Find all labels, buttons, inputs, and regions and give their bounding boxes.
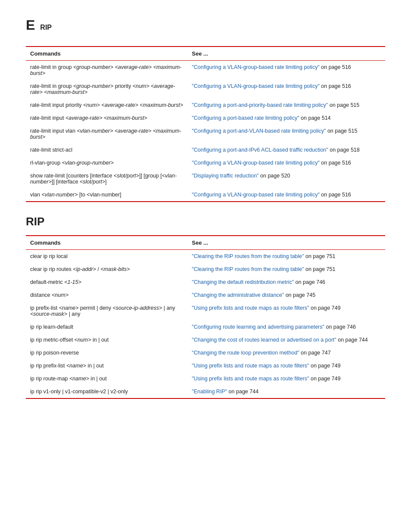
cmd-cell: rate-limit in group <group-number> <aver…	[26, 61, 187, 80]
table-row: ip rip learn-default"Configuring route l…	[26, 320, 385, 333]
table-row: ip rip route-map <name> in | out"Using p…	[26, 372, 385, 385]
cmd-cell: clear ip rip local	[26, 250, 187, 263]
table-row: show rate-limit [counters [interface <sl…	[26, 169, 385, 188]
see-cell[interactable]: "Changing the cost of routes learned or …	[187, 333, 385, 346]
cmd-cell: ip rip poison-reverse	[26, 346, 187, 359]
table-row: ip rip poison-reverse"Changing the route…	[26, 346, 385, 359]
top-table-see-header: See ...	[187, 47, 385, 61]
table-row: rate-limit strict-acl"Configuring a port…	[26, 143, 385, 156]
top-table-cmd-header: Commands	[26, 47, 187, 61]
cmd-cell: rate-limit strict-acl	[26, 143, 187, 156]
cmd-cell: ip rip v1-only | v1-compatible-v2 | v2-o…	[26, 385, 187, 398]
cmd-cell: clear ip rip routes <ip-addr> / <mask-bi…	[26, 263, 187, 276]
table-row: vlan <vlan-number> [to <vlan-number]"Con…	[26, 188, 385, 202]
cmd-cell: ip prefix-list <name> permit | deny <sou…	[26, 302, 187, 320]
rip-section-title: RIP	[26, 215, 385, 228]
see-cell[interactable]: "Changing the route loop prevention meth…	[187, 346, 385, 359]
see-cell[interactable]: "Configuring a VLAN-group-based rate lim…	[187, 188, 385, 202]
see-cell[interactable]: "Configuring a port-and-IPv6 ACL-based t…	[187, 143, 385, 156]
cmd-cell: show rate-limit [counters [interface <sl…	[26, 169, 187, 188]
see-cell[interactable]: "Configuring a port-and-VLAN-based rate …	[187, 124, 385, 143]
page-header: E RIP	[26, 17, 385, 33]
cmd-cell: distance <num>	[26, 289, 187, 302]
see-cell[interactable]: "Configuring a VLAN-group-based rate lim…	[187, 61, 385, 80]
cmd-cell: default-metric <1-15>	[26, 276, 187, 289]
see-cell[interactable]: "Using prefix lists and route maps as ro…	[187, 302, 385, 320]
cmd-cell: ip rip metric-offset <num> in | out	[26, 333, 187, 346]
cmd-cell: rate-limit input priority <num> <average…	[26, 99, 187, 112]
table-row: rate-limit in group <group-number> prior…	[26, 80, 385, 99]
header-section: RIP	[40, 24, 52, 31]
table-row: rl-vlan-group <vlan-group-number>"Config…	[26, 156, 385, 169]
table-row: clear ip rip routes <ip-addr> / <mask-bi…	[26, 263, 385, 276]
table-row: default-metric <1-15>"Changing the defau…	[26, 276, 385, 289]
table-row: rate-limit input vlan <vlan-number> <ave…	[26, 124, 385, 143]
see-cell[interactable]: "Configuring a VLAN-group-based rate lim…	[187, 156, 385, 169]
table-row: rate-limit in group <group-number> <aver…	[26, 61, 385, 80]
table-row: clear ip rip local"Clearing the RIP rout…	[26, 250, 385, 263]
cmd-cell: rl-vlan-group <vlan-group-number>	[26, 156, 187, 169]
cmd-cell: rate-limit in group <group-number> prior…	[26, 80, 187, 99]
rip-table-see-header: See ...	[187, 236, 385, 250]
see-cell[interactable]: "Enabling RIP" on page 744	[187, 385, 385, 398]
see-cell[interactable]: "Configuring a VLAN-group-based rate lim…	[187, 80, 385, 99]
see-cell[interactable]: "Configuring a port-and-priority-based r…	[187, 99, 385, 112]
see-cell[interactable]: "Clearing the RIP routes from the routin…	[187, 263, 385, 276]
rip-table-cmd-header: Commands	[26, 236, 187, 250]
table-row: rate-limit input priority <num> <average…	[26, 99, 385, 112]
see-cell[interactable]: "Changing the administrative distance" o…	[187, 289, 385, 302]
table-row: ip rip metric-offset <num> in | out"Chan…	[26, 333, 385, 346]
cmd-cell: vlan <vlan-number> [to <vlan-number]	[26, 188, 187, 202]
see-cell[interactable]: "Configuring a port-based rate limiting …	[187, 112, 385, 124]
cmd-cell: rate-limit input vlan <vlan-number> <ave…	[26, 124, 187, 143]
see-cell[interactable]: "Configuring route learning and advertis…	[187, 320, 385, 333]
cmd-cell: ip rip learn-default	[26, 320, 187, 333]
header-letter: E	[26, 17, 35, 33]
see-cell[interactable]: "Changing the default redistribution met…	[187, 276, 385, 289]
see-cell[interactable]: "Using prefix lists and route maps as ro…	[187, 359, 385, 372]
see-cell[interactable]: "Using prefix lists and route maps as ro…	[187, 372, 385, 385]
cmd-cell: ip rip route-map <name> in | out	[26, 372, 187, 385]
table-row: ip rip prefix-list <name> in | out"Using…	[26, 359, 385, 372]
table-row: ip prefix-list <name> permit | deny <sou…	[26, 302, 385, 320]
cmd-cell: ip rip prefix-list <name> in | out	[26, 359, 187, 372]
table-row: distance <num>"Changing the administrati…	[26, 289, 385, 302]
table-row: rate-limit input <average-rate> <maximum…	[26, 112, 385, 124]
cmd-cell: rate-limit input <average-rate> <maximum…	[26, 112, 187, 124]
table-row: ip rip v1-only | v1-compatible-v2 | v2-o…	[26, 385, 385, 398]
top-table: Commands See ... rate-limit in group <gr…	[26, 46, 385, 202]
see-cell[interactable]: "Displaying traffic reduction" on page 5…	[187, 169, 385, 188]
rip-table: Commands See ... clear ip rip local"Clea…	[26, 235, 385, 399]
see-cell[interactable]: "Clearing the RIP routes from the routin…	[187, 250, 385, 263]
